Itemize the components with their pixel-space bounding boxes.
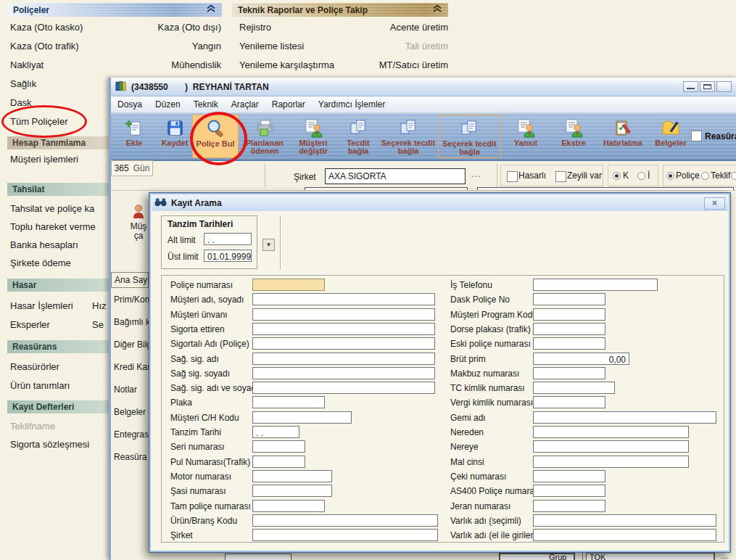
days-box[interactable]: 365 Gün xyxy=(111,160,153,176)
radio-button[interactable] xyxy=(666,172,674,180)
dialog-titlebar[interactable]: Kayıt Arama × xyxy=(152,195,728,211)
menu-item-left[interactable]: Kaza (Oto trafik) xyxy=(10,41,79,52)
field-input[interactable] xyxy=(533,367,605,379)
field-input[interactable] xyxy=(252,396,325,408)
field-input[interactable] xyxy=(533,456,689,468)
side-tab-7[interactable]: Belgeler xyxy=(114,407,146,417)
toolbar-button-se-erek-tecdit-ba-la[interactable]: Seçerek tecdit bağla xyxy=(380,115,437,158)
menu-item-right[interactable]: Yangın xyxy=(192,41,221,52)
menu-item-right[interactable]: MT/Satıcı üretim xyxy=(379,59,448,70)
menubar-item-5[interactable]: Raporlar xyxy=(265,97,312,112)
menubar-item-4[interactable]: Araçlar xyxy=(225,97,265,112)
field-input[interactable] xyxy=(533,396,605,408)
field-input[interactable] xyxy=(533,440,689,453)
menu-item-left[interactable]: Sağlık xyxy=(10,78,36,89)
menu-item-right[interactable]: Mühendislik xyxy=(171,59,221,70)
field-input[interactable] xyxy=(252,514,438,527)
radio-button[interactable] xyxy=(731,172,736,180)
checkbox-box[interactable] xyxy=(507,171,518,182)
toolbar-button-m-teri-de-i-tir[interactable]: Müşteri değiştir xyxy=(291,115,336,158)
company-field[interactable]: AXA SIGORTA xyxy=(325,168,466,184)
field-input[interactable] xyxy=(533,529,716,541)
menu-item-left[interactable]: Yenileme karşılaştırma xyxy=(239,59,334,70)
field-input[interactable] xyxy=(252,440,305,453)
toolbar-button-planlanan-denen[interactable]: Planlanan ödenen xyxy=(241,115,288,158)
ust-limit-field[interactable]: 01.01.9999 xyxy=(204,250,252,262)
bottom-browse-button[interactable]: ... xyxy=(721,553,728,560)
menu-item-left[interactable]: Kaza (Oto kasko) xyxy=(10,22,83,33)
toolbar-button-se-erek-tecdit-ba-la[interactable]: Seçerek tecdit bağla xyxy=(438,115,501,158)
side-tab-6[interactable]: Notlar xyxy=(114,384,137,395)
field-input[interactable] xyxy=(252,323,435,335)
field-input[interactable] xyxy=(252,485,332,497)
field-input[interactable] xyxy=(533,514,716,527)
menubar-item-2[interactable]: Düzen xyxy=(149,97,187,112)
radio-button[interactable] xyxy=(637,172,645,180)
field-input[interactable] xyxy=(252,367,435,379)
radio-button[interactable] xyxy=(613,172,621,180)
side-tab-2[interactable]: Prim/Kom xyxy=(114,295,152,305)
menu-item-right[interactable]: Acente üretim xyxy=(390,22,448,33)
field-input[interactable] xyxy=(252,456,305,468)
close-button[interactable] xyxy=(716,81,732,92)
side-tab-8[interactable]: Entegras xyxy=(114,429,149,440)
field-input[interactable] xyxy=(252,382,435,394)
toolbar-button-ekstre[interactable]: Ekstre xyxy=(555,115,592,158)
field-input[interactable] xyxy=(533,308,605,321)
field-input[interactable] xyxy=(252,353,435,365)
menubar-item-1[interactable]: Dosya xyxy=(111,97,149,112)
dialog-close-button[interactable]: × xyxy=(704,197,725,210)
menu-item-right[interactable]: Kaza (Oto dışı) xyxy=(158,22,221,33)
field-input[interactable] xyxy=(533,337,605,350)
field-input[interactable] xyxy=(533,470,605,482)
field-input[interactable] xyxy=(252,500,325,512)
policeler-section-header[interactable]: Poliçeler xyxy=(7,3,222,17)
maximize-button[interactable] xyxy=(700,81,715,92)
menu-item-left[interactable]: Yenileme listesi xyxy=(239,41,304,52)
menubar-item-3[interactable]: Teknik xyxy=(187,97,225,112)
collapse-chevron-icon[interactable] xyxy=(432,4,442,15)
minimize-button[interactable] xyxy=(683,81,698,92)
field-input[interactable] xyxy=(252,293,435,305)
toolbar-button-ekle[interactable]: Ekle xyxy=(117,115,152,158)
collapse-chevron-icon[interactable] xyxy=(206,4,216,15)
checkbox-box[interactable] xyxy=(555,171,566,182)
side-tab-3[interactable]: Bağımlı k xyxy=(114,317,150,327)
side-tab-1[interactable]: Ana Say xyxy=(111,272,149,288)
field-input[interactable] xyxy=(252,308,435,321)
side-tab-4[interactable]: Diğer Bilg xyxy=(114,339,152,350)
menu-item-right[interactable]: Tali üretim xyxy=(405,41,448,52)
field-input[interactable] xyxy=(533,500,605,512)
teknik-raporlar-section-header[interactable]: Teknik Raporlar ve Poliçe Takip xyxy=(232,3,448,17)
field-input[interactable] xyxy=(252,529,438,541)
window-titlebar[interactable]: (3438550 ) REYHANİ TARTAN xyxy=(111,78,736,96)
field-input[interactable] xyxy=(252,411,352,424)
field-input[interactable] xyxy=(533,323,605,335)
field-input[interactable] xyxy=(252,279,325,291)
toolbar-button-yans-t[interactable]: Yansıt xyxy=(508,115,543,158)
menubar-item-6[interactable]: Yardımcı İşlemler xyxy=(312,97,392,112)
company-browse-button[interactable]: ... xyxy=(471,169,481,179)
side-tab-9[interactable]: Reasüra xyxy=(114,452,146,462)
menu-item-left[interactable]: Rejistro xyxy=(239,22,271,33)
date-dropdown-button[interactable]: ▼ xyxy=(262,239,275,251)
field-input[interactable] xyxy=(533,411,716,424)
field-input[interactable] xyxy=(533,279,658,291)
field-input[interactable] xyxy=(252,470,332,482)
toolbar-button-kaydet[interactable]: Kaydet xyxy=(156,115,194,158)
toolbar-button-belgeler[interactable]: Belgeler xyxy=(650,115,691,158)
field-input[interactable] xyxy=(533,382,615,394)
toolbar-button-tecdit-ba-la[interactable]: Tecdit bağla xyxy=(339,115,378,158)
menu-item-left[interactable]: Nakliyat xyxy=(10,59,44,70)
field-input[interactable] xyxy=(533,485,605,497)
toolbar-button-hat-rlatma[interactable]: Hatırlatma xyxy=(597,115,649,158)
reasurans-checkbox[interactable]: Reasürans xyxy=(691,131,736,141)
field-input[interactable] xyxy=(252,337,435,350)
radio-button[interactable] xyxy=(701,172,709,180)
field-input[interactable]: . . xyxy=(252,426,299,438)
field-input[interactable]: 0,00 xyxy=(533,353,629,365)
field-input[interactable] xyxy=(533,426,689,438)
alt-limit-field[interactable]: . . xyxy=(204,233,252,245)
side-tab-5[interactable]: Kredi Kar xyxy=(114,362,150,372)
field-input[interactable] xyxy=(533,293,605,305)
